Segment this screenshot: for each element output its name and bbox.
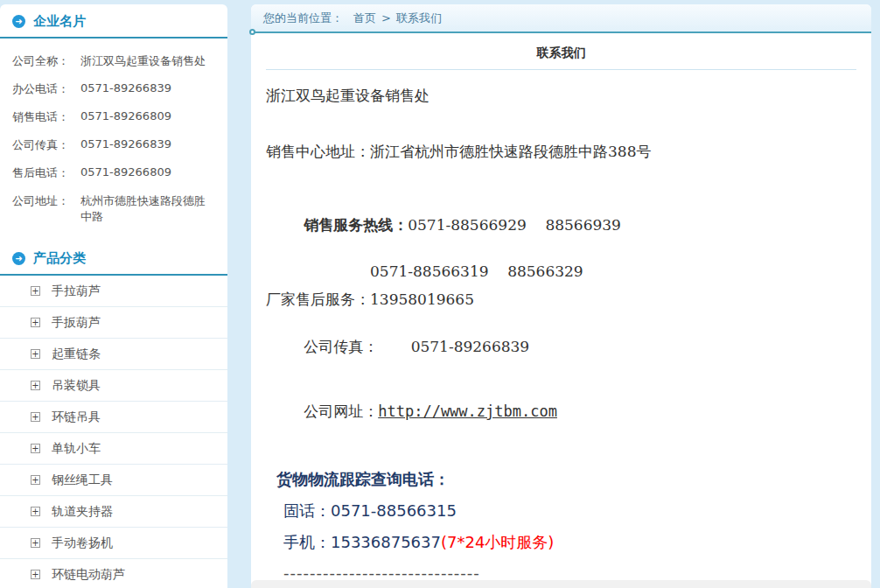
expand-plus-icon: + [31, 349, 40, 359]
breadcrumb: 您的当前位置： 首页 > 联系我们 [251, 4, 871, 32]
category-item-wire-rope-tool[interactable]: + 钢丝绳工具 [0, 465, 227, 496]
page-title: 联系我们 [266, 46, 856, 61]
sales-address-line: 销售中心地址：浙江省杭州市德胜快速路段德胜中路388号 [266, 142, 856, 162]
category-item-chain-sling[interactable]: + 环链吊具 [0, 402, 227, 433]
product-categories-header: ➜ 产品分类 [0, 242, 227, 276]
card-value: 0571-89266839 [80, 137, 171, 153]
category-label: 环链电动葫芦 [52, 567, 125, 583]
card-label: 公司全称： [12, 53, 80, 69]
hotline-label: 销售服务热线： [304, 216, 408, 234]
sidebar: ➜ 企业名片 公司全称： 浙江双鸟起重设备销售处 办公电话： 0571-8926… [0, 4, 227, 588]
expand-plus-icon: + [31, 538, 40, 548]
expand-plus-icon: + [31, 570, 40, 579]
expand-plus-icon: + [31, 381, 40, 390]
footer-strip [251, 580, 871, 588]
category-label: 钢丝绳工具 [52, 472, 113, 488]
category-item-lifting-chain[interactable]: + 起重链条 [0, 339, 227, 370]
card-label: 办公电话： [12, 81, 80, 97]
category-item-electric-chain-hoist[interactable]: + 环链电动葫芦 [0, 559, 227, 588]
category-item-hand-chain-hoist[interactable]: + 手拉葫芦 [0, 276, 227, 307]
category-item-trolley[interactable]: + 单轨小车 [0, 433, 227, 465]
expand-plus-icon: + [31, 286, 40, 296]
after-sales-line: 厂家售后服务：13958019665 [266, 290, 856, 310]
company-name-line: 浙江双鸟起重设备销售处 [266, 86, 856, 106]
hotline-numbers-1: 0571-88566929 88566939 [408, 216, 621, 234]
product-category-list: + 手拉葫芦 + 手扳葫芦 + 起重链条 + 吊装锁具 + 环链吊具 + 单轨小… [0, 276, 227, 588]
logistics-block: 货物物流跟踪查询电话： 固话：0571-88566315 手机：15336875… [276, 469, 856, 588]
card-label: 销售电话： [12, 109, 80, 125]
company-card-header: ➜ 企业名片 [0, 4, 227, 38]
title-divider [266, 69, 856, 70]
contact-content: 联系我们 浙江双鸟起重设备销售处 销售中心地址：浙江省杭州市德胜快速路段德胜中路… [251, 46, 871, 588]
card-label: 公司地址： [12, 193, 80, 225]
breadcrumb-separator: > [381, 11, 391, 24]
card-row-office-phone: 办公电话： 0571-89266839 [0, 75, 227, 103]
expand-plus-icon: + [31, 412, 40, 422]
category-label: 环链吊具 [52, 410, 101, 425]
category-item-hand-winch[interactable]: + 手动卷扬机 [0, 528, 227, 559]
category-label: 轨道夹持器 [52, 504, 113, 520]
card-value: 0571-89266809 [80, 109, 171, 125]
card-row-fax: 公司传真： 0571-89266839 [0, 131, 227, 159]
expand-plus-icon: + [31, 318, 40, 327]
category-label: 起重链条 [52, 346, 101, 362]
logistics-heading: 货物物流跟踪查询电话： [276, 469, 856, 490]
logistics-landline: 固话：0571-88566315 [283, 500, 856, 522]
main-panel: 您的当前位置： 首页 > 联系我们 联系我们 浙江双鸟起重设备销售处 销售中心地… [251, 4, 871, 588]
company-card: 公司全称： 浙江双鸟起重设备销售处 办公电话： 0571-89266839 销售… [0, 38, 227, 242]
category-item-rigging[interactable]: + 吊装锁具 [0, 370, 227, 402]
category-item-lever-hoist[interactable]: + 手扳葫芦 [0, 307, 227, 339]
divider-dot-icon [249, 29, 255, 35]
contact-info-block: 浙江双鸟起重设备销售处 销售中心地址：浙江省杭州市德胜快速路段德胜中路388号 … [266, 86, 856, 439]
breadcrumb-prefix: 您的当前位置： [263, 10, 343, 26]
logistics-mobile: 手机：15336875637 [283, 533, 441, 551]
fax-label: 公司传真： [304, 338, 378, 355]
expand-plus-icon: + [31, 475, 40, 485]
card-row-address: 公司地址： 杭州市德胜快速路段德胜中路 [0, 187, 227, 231]
category-label: 单轨小车 [52, 441, 101, 457]
breadcrumb-current[interactable]: 联系我们 [396, 10, 442, 26]
card-value: 0571-89266839 [80, 81, 171, 97]
category-label: 手扳葫芦 [52, 315, 101, 331]
dash-divider: ------------------------------ [283, 564, 856, 582]
service-hours-note: (7*24小时服务) [441, 533, 554, 551]
product-categories-title: 产品分类 [33, 250, 86, 267]
sales-hotline-line-2: 0571-88566319 88566329 [266, 262, 856, 280]
logistics-mobile-line: 手机：15336875637(7*24小时服务) [283, 532, 856, 553]
website-label: 公司网址： [304, 402, 378, 420]
arrow-circle-icon: ➜ [12, 15, 25, 28]
card-value: 0571-89266809 [80, 165, 171, 181]
category-label: 吊装锁具 [52, 378, 101, 394]
sales-hotline-line: 销售服务热线：0571-88566929 88566939 [266, 198, 856, 253]
expand-plus-icon: + [31, 507, 40, 516]
breadcrumb-home-link[interactable]: 首页 [353, 10, 376, 26]
arrow-circle-icon: ➜ [12, 252, 25, 265]
company-card-title: 企业名片 [33, 13, 86, 30]
website-line: 公司网址：http://www.zjtbm.com [266, 384, 856, 439]
category-item-rail-clamp[interactable]: + 轨道夹持器 [0, 496, 227, 528]
card-row-full-name: 公司全称： 浙江双鸟起重设备销售处 [0, 47, 227, 75]
card-row-aftersales-phone: 售后电话： 0571-89266809 [0, 159, 227, 187]
category-label: 手拉葫芦 [52, 284, 101, 299]
breadcrumb-divider [251, 32, 871, 33]
category-label: 手动卷扬机 [52, 536, 113, 551]
card-label: 售后电话： [12, 165, 80, 181]
card-value: 浙江双鸟起重设备销售处 [80, 53, 206, 69]
card-label: 公司传真： [12, 137, 80, 153]
fax-value: 0571-89266839 [411, 338, 530, 355]
card-value: 杭州市德胜快速路段德胜中路 [80, 193, 215, 225]
fax-line: 公司传真：0571-89266839 [266, 319, 856, 374]
expand-plus-icon: + [31, 444, 40, 453]
website-url-link[interactable]: http://www.zjtbm.com [378, 402, 557, 420]
card-row-sales-phone: 销售电话： 0571-89266809 [0, 103, 227, 131]
